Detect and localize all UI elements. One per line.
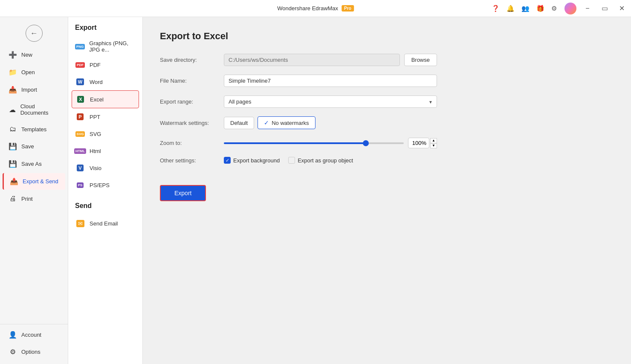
zoom-down-button[interactable]: ▼ bbox=[430, 143, 437, 148]
zoom-slider[interactable] bbox=[224, 142, 404, 144]
export-group-label[interactable]: Export as group object bbox=[288, 157, 353, 164]
settings-top-button[interactable]: ⚙ bbox=[549, 3, 559, 14]
sidebar-item-save-as[interactable]: 💾 Save As bbox=[3, 156, 65, 172]
minimize-button[interactable]: − bbox=[582, 3, 593, 14]
save-icon: 💾 bbox=[9, 142, 17, 150]
zoom-up-button[interactable]: ▲ bbox=[430, 138, 437, 143]
watermark-row: Watermark settings: Default ✓ No waterma… bbox=[160, 116, 614, 129]
png-icon: PNG bbox=[75, 41, 85, 52]
export-item-email[interactable]: ✉ Send Email bbox=[68, 215, 142, 232]
watermark-control: Default ✓ No watermarks bbox=[224, 116, 437, 129]
app-title: Wondershare EdrawMax bbox=[277, 5, 338, 12]
import-icon: 📥 bbox=[9, 86, 17, 94]
back-button[interactable]: ← bbox=[26, 25, 43, 42]
email-icon: ✉ bbox=[75, 218, 85, 228]
html-icon: HTML bbox=[75, 146, 85, 156]
send-section-title: Send bbox=[68, 202, 142, 215]
export-item-png-label: Graphics (PNG, JPG e... bbox=[89, 40, 136, 53]
export-item-pseps-label: PS/EPS bbox=[90, 182, 110, 188]
save-as-icon: 💾 bbox=[9, 160, 17, 168]
save-directory-group: Browse bbox=[224, 54, 437, 66]
sidebar-item-options[interactable]: ⚙ Options bbox=[3, 344, 65, 360]
content-area: Export to Excel Save directory: Browse F… bbox=[143, 17, 631, 364]
export-item-ppt[interactable]: P PPT bbox=[68, 108, 142, 125]
sidebar-item-save-label: Save bbox=[21, 143, 34, 150]
sidebar-export: Export PNG Graphics (PNG, JPG e... PDF P… bbox=[68, 17, 143, 364]
sidebar-item-print-label: Print bbox=[21, 196, 33, 202]
export-item-email-label: Send Email bbox=[90, 220, 118, 227]
sidebar-item-open-label: Open bbox=[21, 69, 35, 75]
export-range-control: All pages Current page Selected pages bbox=[224, 95, 437, 108]
restore-button[interactable]: ▭ bbox=[599, 3, 611, 14]
export-item-svg[interactable]: SVG SVG bbox=[68, 125, 142, 142]
templates-icon: 🗂 bbox=[9, 125, 17, 133]
other-settings-label: Other settings: bbox=[160, 157, 224, 164]
sidebar-item-new[interactable]: ➕ New bbox=[3, 46, 65, 63]
file-name-input[interactable] bbox=[224, 75, 437, 87]
export-item-html-label: Html bbox=[90, 148, 101, 154]
sidebar-item-open[interactable]: 📁 Open bbox=[3, 64, 65, 81]
file-name-row: File Name: bbox=[160, 75, 614, 87]
export-group-checkbox[interactable] bbox=[288, 157, 295, 164]
export-group-text: Export as group object bbox=[298, 157, 353, 164]
sidebar-item-templates[interactable]: 🗂 Templates bbox=[3, 121, 65, 137]
sidebar-item-account[interactable]: 👤 Account bbox=[3, 326, 65, 343]
zoom-stepper: ▲ ▼ bbox=[430, 138, 437, 148]
help-button[interactable]: ❓ bbox=[489, 3, 502, 14]
export-section-title: Export bbox=[68, 24, 142, 37]
account-icon: 👤 bbox=[9, 331, 17, 339]
users-button[interactable]: 👥 bbox=[519, 3, 532, 14]
export-item-excel[interactable]: X Excel bbox=[72, 90, 139, 108]
titlebar: Wondershare EdrawMax Pro ❓ 🔔 👥 🎁 ⚙ − ▭ ✕ bbox=[0, 0, 631, 17]
export-background-label[interactable]: ✓ Export background bbox=[224, 157, 280, 164]
cloud-icon: ☁ bbox=[9, 106, 16, 114]
save-directory-input[interactable] bbox=[224, 54, 400, 66]
browse-button[interactable]: Browse bbox=[404, 54, 437, 66]
export-item-pseps[interactable]: PS PS/EPS bbox=[68, 176, 142, 194]
gift-button[interactable]: 🎁 bbox=[534, 3, 547, 14]
export-item-png[interactable]: PNG Graphics (PNG, JPG e... bbox=[68, 37, 142, 56]
sidebar-item-save[interactable]: 💾 Save bbox=[3, 138, 65, 155]
export-range-select[interactable]: All pages Current page Selected pages bbox=[224, 95, 437, 108]
pseps-icon: PS bbox=[75, 180, 85, 190]
sidebar-item-import[interactable]: 📥 Import bbox=[3, 81, 65, 98]
export-item-word[interactable]: W Word bbox=[68, 73, 142, 90]
checkbox-group: ✓ Export background Export as group obje… bbox=[224, 157, 437, 164]
zoom-group: ▲ ▼ bbox=[224, 138, 437, 148]
zoom-row: Zoom to: ▲ ▼ bbox=[160, 138, 614, 148]
svg-icon: SVG bbox=[75, 129, 85, 139]
export-button[interactable]: Export bbox=[160, 185, 206, 201]
export-item-ppt-label: PPT bbox=[90, 114, 100, 120]
zoom-value-group: ▲ ▼ bbox=[408, 138, 437, 148]
watermark-default-button[interactable]: Default bbox=[224, 117, 254, 129]
options-icon: ⚙ bbox=[9, 348, 17, 356]
sidebar-item-save-as-label: Save As bbox=[21, 161, 42, 167]
watermark-group: Default ✓ No watermarks bbox=[224, 116, 437, 129]
avatar[interactable] bbox=[564, 3, 576, 14]
bell-button[interactable]: 🔔 bbox=[504, 3, 517, 14]
close-button[interactable]: ✕ bbox=[616, 3, 628, 14]
new-icon: ➕ bbox=[9, 51, 17, 59]
export-range-label: Export range: bbox=[160, 98, 224, 105]
sidebar-item-account-label: Account bbox=[21, 332, 41, 338]
export-item-excel-label: Excel bbox=[90, 96, 104, 103]
export-item-pdf-label: PDF bbox=[90, 62, 101, 68]
export-item-visio[interactable]: V Visio bbox=[68, 159, 142, 176]
watermark-none-label: No watermarks bbox=[272, 120, 309, 126]
export-item-html[interactable]: HTML Html bbox=[68, 142, 142, 159]
export-item-svg-label: SVG bbox=[90, 131, 101, 137]
titlebar-right: ❓ 🔔 👥 🎁 ⚙ − ▭ ✕ bbox=[489, 3, 628, 14]
sidebar-item-cloud[interactable]: ☁ Cloud Documents bbox=[3, 99, 65, 120]
export-background-checkbox[interactable]: ✓ bbox=[224, 157, 231, 164]
sidebar-item-print[interactable]: 🖨 Print bbox=[3, 191, 65, 207]
watermark-none-button[interactable]: ✓ No watermarks bbox=[258, 116, 315, 129]
other-settings-control: ✓ Export background Export as group obje… bbox=[224, 157, 437, 164]
zoom-input[interactable] bbox=[408, 138, 429, 148]
sidebar-item-export-send[interactable]: 📤 Export & Send bbox=[3, 173, 65, 190]
export-item-pdf[interactable]: PDF PDF bbox=[68, 56, 142, 73]
export-background-text: Export background bbox=[233, 157, 280, 164]
excel-icon: X bbox=[75, 94, 86, 104]
main-layout: ← ➕ New 📁 Open 📥 Import ☁ Cloud Document… bbox=[0, 17, 631, 364]
save-directory-control: Browse bbox=[224, 54, 437, 66]
save-directory-row: Save directory: Browse bbox=[160, 54, 614, 66]
